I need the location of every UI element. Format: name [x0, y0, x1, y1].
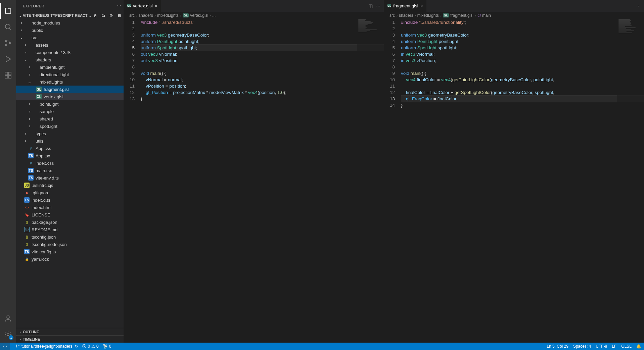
code-line[interactable]	[401, 26, 644, 32]
code-line[interactable]: uniform vec3 geometryBaseColor;	[401, 32, 644, 38]
tree-item[interactable]: ⌄shaders	[16, 56, 124, 63]
tree-item[interactable]: GLfragment.glsl	[16, 86, 124, 93]
notifications-icon[interactable]: 🔔	[636, 344, 641, 349]
tree-item[interactable]: TSindex.d.ts	[16, 196, 124, 204]
code-line[interactable]: finalColor = finalColor + getSpotLightCo…	[401, 89, 644, 96]
code-line[interactable]: gl_FragColor = finalColor;	[401, 96, 644, 102]
tree-item[interactable]: ◆.gitignore	[16, 189, 124, 196]
file-tree[interactable]: ›node_modules›public⌄src›assets›componen…	[16, 19, 124, 328]
encoding[interactable]: UTF-8	[596, 344, 607, 349]
source-control-icon[interactable]	[0, 35, 16, 51]
indentation[interactable]: Spaces: 4	[573, 344, 591, 349]
close-icon[interactable]: ×	[420, 3, 423, 9]
extensions-icon[interactable]	[0, 67, 16, 83]
close-icon[interactable]: ×	[155, 3, 157, 9]
timeline-header[interactable]: › TIMELINE	[16, 335, 124, 343]
tree-item[interactable]: 🔒yarn.lock	[16, 255, 124, 263]
tree-item[interactable]: ›assets	[16, 41, 124, 49]
breadcrumb-item[interactable]: mixedLights	[157, 13, 179, 18]
tree-item[interactable]: TSvite-env.d.ts	[16, 174, 124, 182]
code-line[interactable]: out vec3 vPosition;	[141, 57, 384, 64]
code-line[interactable]: vec4 finalColor = vec4(getPointLightColo…	[401, 77, 644, 83]
breadcrumb-item[interactable]: src	[389, 13, 395, 18]
editor-tab[interactable]: GLvertex.glsl×	[124, 0, 161, 12]
remote-indicator[interactable]	[0, 343, 10, 350]
tree-item[interactable]: #App.css	[16, 145, 124, 152]
code-line[interactable]: }	[401, 102, 644, 108]
code-content[interactable]: #include "../shared/structs" uniform vec…	[141, 19, 384, 343]
code-line[interactable]: }	[141, 96, 384, 102]
code-line[interactable]: uniform PointLight pointLight;	[401, 38, 644, 45]
split-editor-icon[interactable]: ◫	[369, 3, 373, 8]
code-line[interactable]: #include "../shared/functionality";	[401, 19, 644, 26]
tree-item[interactable]: TSmain.tsx	[16, 167, 124, 174]
git-branch[interactable]: tutorial/three-js/light-shaders⟳	[15, 344, 78, 349]
tree-item[interactable]: ›utils	[16, 137, 124, 145]
code-line[interactable]: uniform SpotLight spotLight;	[401, 45, 644, 51]
tree-item[interactable]: ›node_modules	[16, 19, 124, 27]
tree-item[interactable]: ›components / 3JS	[16, 49, 124, 56]
tree-item[interactable]: ›shared	[16, 115, 124, 122]
tree-item[interactable]: #index.css	[16, 159, 124, 167]
settings-gear-icon[interactable]: 1	[0, 327, 16, 343]
eol[interactable]: LF	[612, 344, 616, 349]
tree-item[interactable]: ›ambientLight	[16, 63, 124, 71]
tree-item[interactable]: ›types	[16, 130, 124, 137]
tree-item[interactable]: {}package.json	[16, 218, 124, 226]
breadcrumb-item[interactable]: ...	[212, 13, 216, 18]
code-line[interactable]	[141, 64, 384, 70]
editor-tab[interactable]: GLfragment.glsl×	[384, 0, 427, 12]
code-line[interactable]: #include "../shared/structs"	[141, 19, 384, 26]
tree-item[interactable]: {}tsconfig.node.json	[16, 241, 124, 248]
code-line[interactable]: uniform SpotLight spotLight;	[141, 45, 384, 51]
refresh-icon[interactable]: ⟳	[108, 13, 114, 18]
tree-item[interactable]: ⌄mixedLights	[16, 78, 124, 86]
breadcrumb[interactable]: src›shaders›mixedLights›GLvertex.glsl›..…	[124, 12, 384, 19]
breadcrumb-item[interactable]: shaders	[139, 13, 153, 18]
code-line[interactable]: vPosition = position;	[141, 83, 384, 89]
code-line[interactable]: in vec3 vPosition;	[401, 57, 644, 64]
code-line[interactable]	[401, 64, 644, 70]
run-debug-icon[interactable]	[0, 51, 16, 67]
code-editor[interactable]: 1234567891011121314#include "../shared/f…	[384, 19, 644, 343]
minimap[interactable]	[617, 19, 644, 343]
search-icon[interactable]	[0, 19, 16, 35]
more-icon[interactable]: ⋯	[376, 3, 380, 8]
code-line[interactable]: uniform PointLight pointLight;	[141, 38, 384, 45]
code-line[interactable]: out vec3 vNormal;	[141, 51, 384, 57]
outline-header[interactable]: › OUTLINE	[16, 328, 124, 335]
new-folder-icon[interactable]: 🗀	[100, 13, 106, 18]
tree-item[interactable]: TSvite.config.ts	[16, 248, 124, 255]
language-mode[interactable]: GLSL	[621, 344, 632, 349]
project-header[interactable]: ⌄ VITE-THREEJS-TYPESCRIPT-REACT-GLSL-STA…	[16, 12, 124, 19]
breadcrumb-item[interactable]: main	[482, 13, 491, 18]
code-content[interactable]: #include "../shared/functionality"; unif…	[401, 19, 644, 343]
tree-item[interactable]: GLvertex.glsl	[16, 93, 124, 100]
code-line[interactable]: void main() {	[401, 70, 644, 77]
problems[interactable]: ⓧ0⚠0	[82, 344, 98, 349]
tree-item[interactable]: 🔖LICENSE	[16, 211, 124, 218]
tree-item[interactable]: ›sample	[16, 108, 124, 115]
breadcrumb[interactable]: src›shaders›mixedLights›GLfragment.glsl›…	[384, 12, 644, 19]
breadcrumb-item[interactable]: fragment.glsl	[450, 13, 473, 18]
code-line[interactable]	[141, 26, 384, 32]
tree-item[interactable]: ⓘREADME.md	[16, 226, 124, 233]
code-line[interactable]: in vec3 vNormal;	[401, 51, 644, 57]
code-line[interactable]: void main() {	[141, 70, 384, 77]
tree-item[interactable]: ›pointLight	[16, 100, 124, 108]
tree-item[interactable]: ›public	[16, 27, 124, 34]
tree-item[interactable]: TSApp.tsx	[16, 152, 124, 159]
new-file-icon[interactable]: ⎘	[92, 13, 98, 18]
code-line[interactable]	[401, 83, 644, 89]
code-line[interactable]: vNormal = normal;	[141, 77, 384, 83]
tree-item[interactable]: <>index.html	[16, 204, 124, 211]
breadcrumb-item[interactable]: src	[129, 13, 135, 18]
breadcrumb-item[interactable]: shaders	[399, 13, 413, 18]
code-line[interactable]: gl_Position = projectionMatrix * modelVi…	[141, 89, 384, 96]
sidebar-more-icon[interactable]: ⋯	[117, 4, 121, 8]
cursor-position[interactable]: Ln 5, Col 29	[547, 344, 568, 349]
sync-icon[interactable]: ⟳	[75, 344, 78, 349]
collapse-icon[interactable]: ⊟	[116, 13, 122, 18]
tree-item[interactable]: {}tsconfig.json	[16, 233, 124, 241]
tree-item[interactable]: ⌄src	[16, 34, 124, 41]
